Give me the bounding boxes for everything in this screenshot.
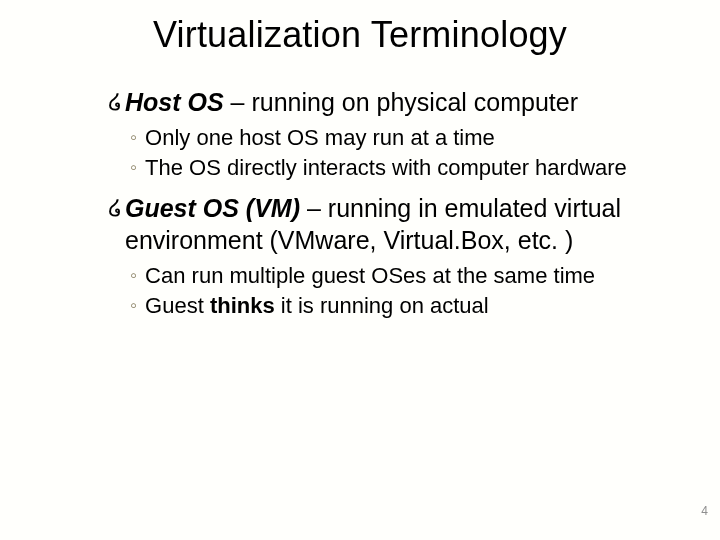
sub-bullet: ◦ Guest thinks it is running on actual — [130, 292, 648, 320]
scribble-bullet-icon: ໒ — [108, 194, 122, 222]
circle-bullet-icon: ◦ — [130, 263, 137, 289]
slide: Virtualization Terminology ໒ Host OS – r… — [0, 0, 720, 540]
page-number: 4 — [701, 504, 708, 518]
sub-bullet: ◦ Only one host OS may run at a time — [130, 124, 648, 152]
bullet-text: Host OS – running on physical computer — [125, 86, 648, 118]
sub-bullets-host: ◦ Only one host OS may run at a time ◦ T… — [108, 124, 648, 182]
sub-suffix: it is running on actual — [275, 293, 489, 318]
sub-bullet-text: Can run multiple guest OSes at the same … — [145, 262, 648, 290]
sub-prefix: Guest — [145, 293, 210, 318]
term-guest-os: Guest OS (VM) — [125, 194, 300, 222]
scribble-bullet-icon: ໒ — [108, 88, 122, 116]
sub-bold: thinks — [210, 293, 275, 318]
circle-bullet-icon: ◦ — [130, 293, 137, 319]
sub-bullet-text: The OS directly interacts with computer … — [145, 154, 648, 182]
bullet-text: Guest OS (VM) – running in emulated virt… — [125, 192, 648, 256]
term-host-os: Host OS — [125, 88, 224, 116]
sub-bullet-text: Guest thinks it is running on actual — [145, 292, 648, 320]
bullet-guest-os: ໒ Guest OS (VM) – running in emulated vi… — [108, 192, 648, 256]
sub-bullets-guest: ◦ Can run multiple guest OSes at the sam… — [108, 262, 648, 320]
sub-bullet: ◦ Can run multiple guest OSes at the sam… — [130, 262, 648, 290]
slide-title: Virtualization Terminology — [0, 14, 720, 56]
sub-bullet-text: Only one host OS may run at a time — [145, 124, 648, 152]
bullet-rest: – running on physical computer — [224, 88, 578, 116]
circle-bullet-icon: ◦ — [130, 155, 137, 181]
slide-body: ໒ Host OS – running on physical computer… — [108, 78, 648, 331]
circle-bullet-icon: ◦ — [130, 125, 137, 151]
sub-bullet: ◦ The OS directly interacts with compute… — [130, 154, 648, 182]
bullet-host-os: ໒ Host OS – running on physical computer — [108, 86, 648, 118]
